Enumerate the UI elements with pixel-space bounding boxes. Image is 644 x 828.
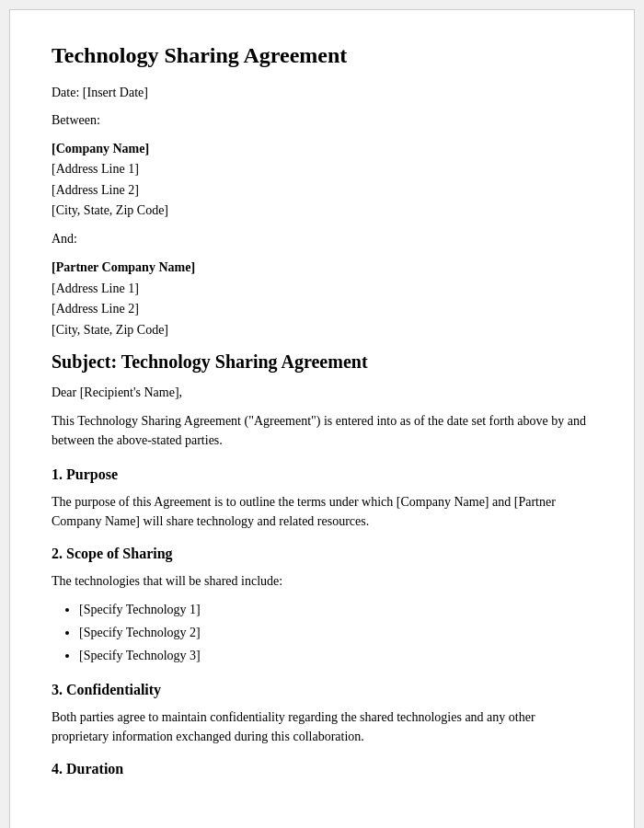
section-3-title: Confidentiality — [66, 682, 161, 697]
section-1-title: Purpose — [66, 466, 118, 482]
document-title: Technology Sharing Agreement — [52, 42, 592, 69]
partner-address2: [Address Line 2] — [52, 302, 139, 316]
section-2-heading: 2. Scope of Sharing — [52, 546, 592, 562]
date-line: Date: [Insert Date] — [52, 86, 592, 100]
section-2-title: Scope of Sharing — [66, 546, 173, 561]
list-item: [Specify Technology 3] — [79, 644, 592, 667]
section-2-number: 2. — [52, 546, 63, 561]
section-3-body: Both parties agree to maintain confident… — [52, 707, 592, 746]
section-scope: 2. Scope of Sharing The technologies tha… — [52, 546, 592, 668]
partner-address1: [Address Line 1] — [52, 282, 139, 295]
section-2-body: The technologies that will be shared inc… — [52, 571, 592, 591]
list-item: [Specify Technology 1] — [79, 598, 592, 621]
company-address1: [Address Line 1] — [52, 162, 139, 176]
section-4-title: Duration — [66, 761, 123, 776]
section-1-number: 1. — [52, 466, 63, 482]
partner-block: [Partner Company Name] [Address Line 1] … — [52, 258, 592, 340]
between-label: Between: — [52, 113, 592, 128]
section-3-number: 3. — [52, 682, 63, 697]
company-city: [City, State, Zip Code] — [52, 203, 168, 217]
section-1-body: The purpose of this Agreement is to outl… — [52, 492, 592, 531]
company-block: [Company Name] [Address Line 1] [Address… — [52, 139, 592, 222]
document-page: Technology Sharing Agreement Date: [Inse… — [9, 9, 635, 828]
company-name: [Company Name] — [52, 142, 149, 155]
section-4-heading: 4. Duration — [52, 761, 592, 777]
section-duration: 4. Duration — [52, 761, 592, 777]
technology-list: [Specify Technology 1] [Specify Technolo… — [79, 598, 592, 668]
section-3-heading: 3. Confidentiality — [52, 682, 592, 698]
intro-paragraph: This Technology Sharing Agreement ("Agre… — [52, 411, 592, 450]
subject-heading: Subject: Technology Sharing Agreement — [52, 351, 592, 373]
partner-name: [Partner Company Name] — [52, 260, 195, 274]
list-item: [Specify Technology 2] — [79, 621, 592, 644]
and-label: And: — [52, 232, 592, 247]
section-purpose: 1. Purpose The purpose of this Agreement… — [52, 466, 592, 531]
company-address2: [Address Line 2] — [52, 183, 139, 197]
partner-city: [City, State, Zip Code] — [52, 323, 168, 337]
section-4-number: 4. — [52, 761, 63, 776]
salutation: Dear [Recipient's Name], — [52, 385, 592, 400]
section-confidentiality: 3. Confidentiality Both parties agree to… — [52, 682, 592, 746]
section-1-heading: 1. Purpose — [52, 466, 592, 483]
